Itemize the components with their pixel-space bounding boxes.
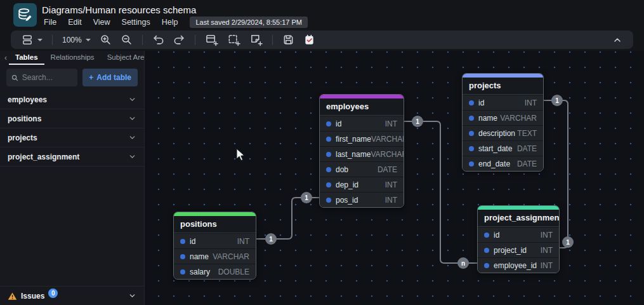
issues-row[interactable]: Issues 0 [0, 286, 144, 305]
collapse-header-button[interactable] [608, 33, 627, 47]
menu-settings[interactable]: Settings [116, 17, 156, 28]
field-name: name [478, 114, 500, 123]
field-type: VARCHAR [371, 135, 404, 144]
table-name[interactable]: project_assignment [478, 210, 559, 227]
relationship-line-positions_id_to_employees_pos_id[interactable] [256, 198, 319, 239]
save-button[interactable] [278, 32, 299, 48]
table-card-projects[interactable]: projectsidINTnameVARCHARdescriptionTEXTs… [462, 73, 544, 172]
search-icon [11, 74, 18, 82]
field-dot-icon [469, 161, 474, 166]
add-area-icon [227, 33, 240, 46]
save-icon [282, 34, 294, 46]
table-field-row-id[interactable]: idINT [478, 227, 559, 242]
chevron-down-icon[interactable] [128, 133, 136, 142]
diagram-canvas[interactable]: 111n11 employeesidINTfirst_nameVARCHARla… [145, 51, 644, 305]
field-dot-icon [326, 167, 331, 172]
table-field-row-description[interactable]: descriptionTEXT [463, 125, 543, 140]
table-card-employees[interactable]: employeesidINTfirst_nameVARCHARlast_name… [319, 94, 404, 208]
search-box[interactable] [6, 69, 77, 86]
field-name: employee_id [494, 261, 541, 270]
field-dot-icon [484, 233, 489, 238]
add-table-button-toolbar[interactable] [200, 31, 223, 48]
cardinality-label: 1 [416, 118, 419, 125]
database-pencil-icon [17, 7, 34, 24]
table-field-row-employee_id[interactable]: employee_idINT [478, 257, 559, 273]
field-name: first_name [336, 135, 371, 144]
chevron-down-icon[interactable] [128, 114, 136, 123]
cardinality-label: 1 [566, 239, 570, 246]
table-field-row-name[interactable]: nameVARCHAR [174, 248, 256, 264]
cardinality-label: 1 [305, 194, 308, 201]
zoom-level-dropdown[interactable]: 100% [58, 34, 95, 46]
table-field-row-salary[interactable]: salaryDOUBLE [174, 264, 256, 279]
menu-help[interactable]: Help [156, 17, 184, 28]
tab-tables[interactable]: Tables [9, 51, 44, 65]
menu-file[interactable]: File [38, 17, 62, 28]
add-table-button[interactable]: + Add table [82, 69, 138, 86]
field-dot-icon [484, 263, 489, 268]
table-card-positions[interactable]: positionsidINTnameVARCHARsalaryDOUBLE [173, 212, 256, 280]
sidebar-item-employees[interactable]: employees [0, 90, 144, 109]
table-field-row-dob[interactable]: dobDATE [320, 161, 404, 177]
todo-checklist-icon [303, 34, 315, 46]
field-dot-icon [469, 116, 474, 121]
chevron-up-icon [612, 35, 622, 45]
field-dot-icon [469, 146, 474, 151]
table-field-row-last_name[interactable]: last_nameVARCHAR [320, 146, 404, 161]
table-field-row-first_name[interactable]: first_nameVARCHAR [320, 131, 404, 146]
zoom-out-icon [121, 34, 133, 46]
zoom-level-value: 100% [62, 36, 82, 44]
table-field-row-id[interactable]: idINT [320, 116, 404, 131]
table-field-row-pos_id[interactable]: pos_idINT [320, 192, 404, 207]
zoom-out-button[interactable] [116, 32, 137, 48]
app-header: Diagrams/Human resources schema FileEdit… [0, 0, 644, 30]
field-type: INT [385, 180, 397, 189]
sidebar-item-projects[interactable]: projects [0, 128, 144, 147]
zoom-in-button[interactable] [95, 32, 116, 48]
table-field-row-start_date[interactable]: start_dateDATE [463, 140, 543, 156]
tab-relationships[interactable]: Relationships [44, 51, 101, 65]
diagram-tree-icon [22, 34, 34, 46]
field-dot-icon [469, 100, 474, 105]
field-name: salary [190, 268, 218, 276]
field-name: id [336, 119, 385, 128]
chevron-down-icon[interactable] [128, 292, 136, 300]
diagram-tree-button[interactable] [17, 32, 47, 48]
table-field-row-dep_id[interactable]: dep_idINT [320, 177, 404, 192]
field-type: INT [541, 261, 553, 270]
chevron-down-icon[interactable] [128, 152, 136, 161]
field-dot-icon [180, 239, 185, 244]
chevron-down-icon[interactable] [128, 95, 136, 104]
table-name[interactable]: employees [320, 98, 404, 116]
field-name: end_date [478, 159, 517, 168]
table-card-project_assignment[interactable]: project_assignmentidINTproject_idINTempl… [477, 205, 560, 273]
search-input[interactable] [22, 73, 73, 82]
table-field-row-end_date[interactable]: end_dateDATE [463, 156, 543, 171]
sidebar-item-positions[interactable]: positions [0, 109, 144, 128]
table-field-row-id[interactable]: idINT [463, 95, 543, 110]
menu-view[interactable]: View [88, 17, 116, 28]
field-name: pos_id [336, 196, 385, 205]
todo-button[interactable] [299, 32, 320, 48]
table-field-row-id[interactable]: idINT [174, 233, 256, 248]
table-name[interactable]: positions [174, 216, 256, 233]
redo-icon [173, 34, 185, 46]
sidebar-item-project_assignment[interactable]: project_assignment [0, 147, 144, 166]
redo-button[interactable] [169, 32, 190, 48]
undo-button[interactable] [148, 32, 169, 48]
sidebar-item-label: employees [8, 95, 47, 104]
field-dot-icon [326, 182, 331, 187]
table-name[interactable]: projects [463, 78, 543, 95]
add-note-icon [249, 33, 263, 46]
field-name: name [190, 252, 213, 261]
field-type: DATE [378, 165, 397, 174]
add-subject-area-button[interactable] [223, 31, 245, 48]
sidebar-item-label: project_assignment [8, 152, 79, 161]
tab-subject-are[interactable]: Subject Are [101, 51, 151, 65]
table-field-row-project_id[interactable]: project_idINT [478, 242, 559, 257]
table-field-row-name[interactable]: nameVARCHAR [463, 110, 543, 125]
menu-edit[interactable]: Edit [62, 17, 88, 28]
tabs-scroll-left-icon[interactable]: ‹ [3, 53, 9, 62]
table-list: employeespositionsprojectsproject_assign… [0, 90, 144, 166]
add-note-button[interactable] [245, 31, 267, 48]
